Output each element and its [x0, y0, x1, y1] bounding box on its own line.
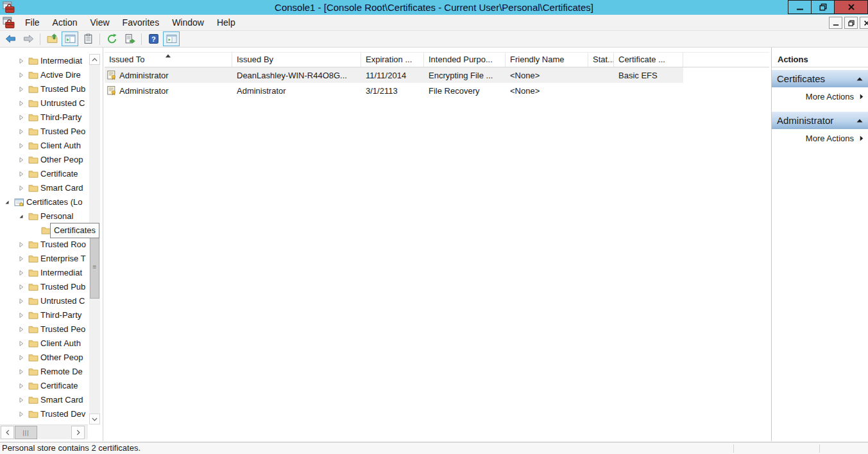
paste-button[interactable]: [80, 31, 96, 46]
up-one-level-button[interactable]: [44, 31, 60, 46]
show-action-pane-button[interactable]: [163, 31, 180, 46]
forward-button[interactable]: [20, 31, 37, 46]
close-button[interactable]: [834, 0, 868, 14]
cell-stat: [588, 67, 614, 83]
tree-item[interactable]: Certificate: [0, 379, 89, 393]
certificate-icon: [106, 85, 117, 96]
cell-stat: [588, 83, 614, 98]
column-header-stat[interactable]: Stat...: [588, 53, 614, 67]
menu-favorites[interactable]: Favorites: [116, 15, 166, 30]
tree-item[interactable]: Smart Card: [0, 181, 89, 195]
tree-item[interactable]: Active Dire: [0, 68, 89, 82]
show-console-tree-button[interactable]: [62, 31, 78, 46]
minimize-button[interactable]: [788, 0, 812, 14]
actions-section-certificates[interactable]: Certificates: [772, 70, 868, 87]
more-actions-label: More Actions: [806, 92, 854, 101]
tree-vertical-scrollbar[interactable]: ≡: [89, 54, 100, 424]
tree-item[interactable]: Remote De: [0, 365, 89, 379]
menu-action[interactable]: Action: [46, 15, 84, 30]
cell-value: Administrator: [237, 86, 286, 96]
tree-item[interactable]: Trusted Dev: [0, 407, 89, 421]
tree-item-label: Certificate: [40, 379, 78, 393]
collapsed-arrow-icon: [18, 58, 24, 64]
tree-item[interactable]: Personal: [0, 209, 89, 223]
folder-icon: [28, 310, 38, 320]
menu-help[interactable]: Help: [210, 15, 242, 30]
column-header-intended-purpo[interactable]: Intended Purpo...: [424, 53, 506, 67]
tree-item-label: Third-Party: [40, 110, 81, 125]
tree-item[interactable]: Certificate: [0, 167, 89, 181]
cell-value: Basic EFS: [618, 71, 658, 80]
actions-section-administrator[interactable]: Administrator: [772, 112, 868, 129]
tree-item[interactable]: Trusted Pub: [0, 82, 89, 96]
tree-item[interactable]: Other Peop: [0, 351, 89, 365]
certificate-row[interactable]: AdministratorDeanLashley-WIN-R44O8G...11…: [105, 67, 683, 83]
tree-item[interactable]: Trusted Pub: [0, 280, 89, 294]
collapsed-arrow-icon: [18, 326, 24, 333]
show-action-pane-icon: [166, 33, 177, 44]
column-header-certificate[interactable]: Certificate ...: [614, 53, 683, 67]
tree-horizontal-scrollbar[interactable]: |||: [0, 424, 88, 439]
folder-icon: [28, 240, 38, 250]
collapse-section-icon: [856, 119, 863, 123]
tree-item[interactable]: Trusted Peo: [0, 125, 89, 139]
tree-item[interactable]: Client Auth: [0, 336, 89, 351]
window-title: Console1 - [Console Root\Certificates - …: [0, 0, 868, 15]
list-header: Issued ToIssued ByExpiration ...Intended…: [105, 52, 769, 67]
folder-icon: [28, 183, 38, 193]
scroll-down-button[interactable]: [89, 414, 100, 424]
back-button[interactable]: [2, 31, 19, 46]
tree-item[interactable]: Client Auth: [0, 139, 89, 153]
scroll-left-button[interactable]: [1, 426, 14, 439]
tree-item[interactable]: Enterprise T: [0, 252, 89, 266]
tree-item-label: Certificates: [50, 223, 99, 238]
tree-item[interactable]: Untrusted C: [0, 294, 89, 308]
help-button[interactable]: ?: [145, 31, 162, 46]
tree-item[interactable]: Third-Party: [0, 308, 89, 322]
tree-item[interactable]: Untrusted C: [0, 96, 89, 110]
restore-button[interactable]: [811, 0, 835, 14]
menu-bar: FileActionViewFavoritesWindowHelp: [0, 15, 868, 31]
scroll-right-button[interactable]: [71, 426, 85, 439]
refresh-button[interactable]: [103, 31, 120, 46]
cell-certificate: Basic EFS: [614, 67, 683, 83]
tree-item[interactable]: Third-Party: [0, 110, 89, 125]
child-close-button[interactable]: [860, 17, 868, 29]
menu-items: FileActionViewFavoritesWindowHelp: [19, 15, 242, 30]
tree-item-selected[interactable]: Certificates: [0, 223, 106, 238]
more-actions-administrator[interactable]: More Actions: [772, 129, 868, 147]
export-list-button[interactable]: [121, 31, 138, 46]
tree-item[interactable]: Smart Card: [0, 393, 89, 407]
menu-window[interactable]: Window: [166, 15, 210, 30]
child-minimize-button[interactable]: [829, 17, 842, 29]
tree-item[interactable]: Intermediat: [0, 266, 89, 280]
collapsed-arrow-icon: [18, 270, 24, 276]
horizontal-scroll-thumb[interactable]: |||: [15, 426, 37, 439]
folder-icon: [28, 353, 38, 363]
child-restore-button[interactable]: [844, 17, 858, 29]
close-icon: [847, 3, 855, 11]
chevron-left-icon: [6, 430, 10, 435]
column-header-friendly-name[interactable]: Friendly Name: [506, 53, 588, 67]
tree-item-label: Untrusted C: [40, 96, 85, 110]
scroll-up-button[interactable]: [89, 54, 100, 65]
folder-icon: [28, 282, 38, 292]
tree-item[interactable]: Other Peop: [0, 153, 89, 167]
tree-item[interactable]: Intermediat: [0, 54, 89, 68]
tree-item-label: Trusted Dev: [40, 407, 85, 421]
column-header-issued-to[interactable]: Issued To: [105, 53, 232, 67]
column-header-expiration[interactable]: Expiration ...: [361, 53, 424, 67]
more-actions-arrow-icon: [860, 94, 864, 100]
tree-item[interactable]: Certificates (Lo: [0, 195, 89, 209]
more-actions-certificates[interactable]: More Actions: [772, 87, 868, 105]
tree-item-label: Certificates (Lo: [26, 195, 82, 209]
tree-item[interactable]: Trusted Peo: [0, 322, 89, 336]
menu-view[interactable]: View: [83, 15, 115, 30]
certificate-row[interactable]: AdministratorAdministrator3/1/2113File R…: [105, 83, 683, 98]
status-divider: [733, 444, 734, 453]
column-header-issued-by[interactable]: Issued By: [232, 53, 361, 67]
tree-item[interactable]: Trusted Roo: [0, 238, 89, 252]
vertical-scroll-thumb[interactable]: ≡: [90, 234, 99, 299]
collapsed-arrow-icon: [18, 114, 24, 121]
menu-file[interactable]: File: [19, 15, 46, 30]
